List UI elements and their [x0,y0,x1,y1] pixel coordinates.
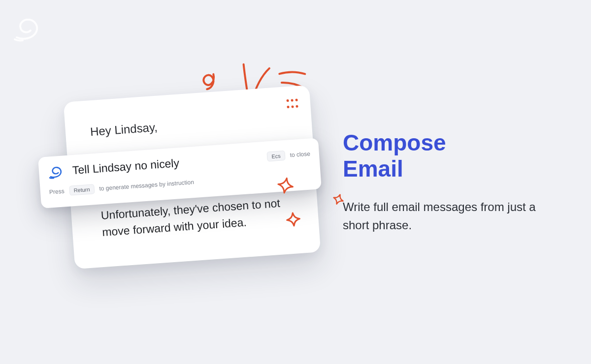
hint-suffix: to generate messages by instruction [99,179,194,192]
close-hint: Ecs to close [267,149,311,161]
heading-line-1: Compose [343,130,446,155]
return-key-badge: Return [69,184,95,196]
illustration-area: Hey Lindsay, Unfortunately, they've chos… [0,0,343,364]
feature-subheading: Write full email messages from just a sh… [343,198,552,234]
drag-handle-icon[interactable] [286,99,297,110]
heading-line-2: Email [343,156,403,182]
close-hint-label: to close [290,150,310,158]
swirl-logo-icon [47,162,65,180]
marketing-copy: Compose Email Write full email messages … [343,130,591,234]
instruction-input[interactable] [71,150,261,178]
feature-heading: Compose Email [343,130,552,182]
hint-prefix: Press [49,187,65,195]
esc-key-badge: Ecs [267,151,286,161]
email-greeting: Hey Lindsay, [90,111,289,139]
